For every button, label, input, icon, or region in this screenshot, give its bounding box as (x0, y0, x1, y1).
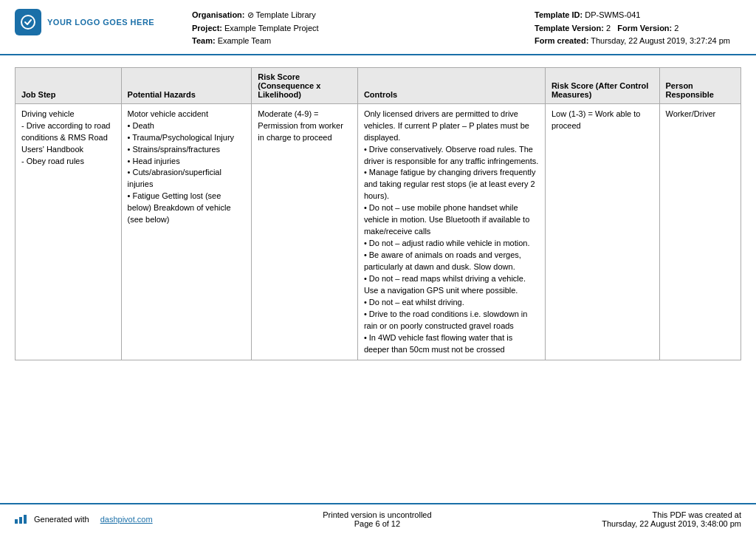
project-label: Project: (192, 24, 222, 32)
col-potential-hazards: Potential Hazards (121, 67, 252, 103)
template-version-label: Template Version: (535, 24, 604, 32)
footer-center: Printed version is uncontrolled Page 6 o… (323, 510, 431, 528)
team-label: Team: (192, 36, 216, 45)
col-person-responsible: Person Responsible (659, 67, 740, 103)
table-row: Driving vehicle - Drive according to roa… (16, 103, 741, 360)
pdf-created-date: Thursday, 22 August 2019, 3:48:00 pm (602, 519, 741, 528)
main-content: Job Step Potential Hazards Risk Score (C… (0, 55, 756, 373)
swms-table: Job Step Potential Hazards Risk Score (C… (15, 67, 741, 361)
team-value: Example Team (218, 36, 272, 45)
page-header: YOUR LOGO GOES HERE Organisation: ⊘ Temp… (0, 0, 756, 55)
potential-hazards-cell: Motor vehicle accident • Death • Trauma/… (121, 103, 252, 360)
org-label: Organisation: (192, 10, 245, 19)
job-step-cell: Driving vehicle - Drive according to roa… (16, 103, 122, 360)
template-id-label: Template ID: (535, 10, 583, 19)
person-responsible-cell: Worker/Driver (659, 103, 740, 360)
pdf-created-text: This PDF was created at (602, 510, 741, 519)
col-risk-score-after: Risk Score (After Control Measures) (545, 67, 659, 103)
generated-text: Generated with (34, 515, 89, 524)
form-created-label: Form created: (535, 36, 588, 45)
footer-left: Generated with dashpivot.com (15, 515, 153, 524)
logo-icon (15, 9, 41, 35)
dashpivot-icon (15, 515, 27, 524)
header-middle: Organisation: ⊘ Template Library Project… (177, 9, 535, 48)
header-right: Template ID: DP-SWMS-041 Template Versio… (535, 9, 741, 48)
printed-text: Printed version is uncontrolled (323, 510, 431, 519)
form-version-value: 2 (674, 24, 678, 32)
form-created-value: Thursday, 22 August 2019, 3:27:24 pm (591, 36, 730, 45)
page-text: Page 6 of 12 (323, 519, 431, 528)
risk-score-after-cell: Low (1-3) = Work able to proceed (545, 103, 659, 360)
form-version-label: Form Version: (617, 24, 672, 32)
svg-point-0 (21, 16, 35, 29)
logo-text: YOUR LOGO GOES HERE (47, 18, 154, 27)
col-controls: Controls (357, 67, 545, 103)
controls-cell: Only licensed drivers are permitted to d… (357, 103, 545, 360)
page-footer: Generated with dashpivot.com Printed ver… (0, 503, 756, 534)
col-risk-score-before: Risk Score (Consequence x Likelihood) (252, 67, 358, 103)
dashpivot-link[interactable]: dashpivot.com (100, 515, 153, 524)
template-id-value: DP-SWMS-041 (585, 10, 640, 19)
footer-right: This PDF was created at Thursday, 22 Aug… (602, 510, 741, 528)
org-value: ⊘ Template Library (247, 10, 316, 19)
project-value: Example Template Project (224, 24, 319, 32)
col-job-step: Job Step (16, 67, 122, 103)
table-header-row: Job Step Potential Hazards Risk Score (C… (16, 67, 741, 103)
logo-area: YOUR LOGO GOES HERE (15, 9, 177, 35)
template-version-value: 2 (606, 24, 611, 32)
risk-score-before-cell: Moderate (4-9) = Permission from worker … (252, 103, 358, 360)
